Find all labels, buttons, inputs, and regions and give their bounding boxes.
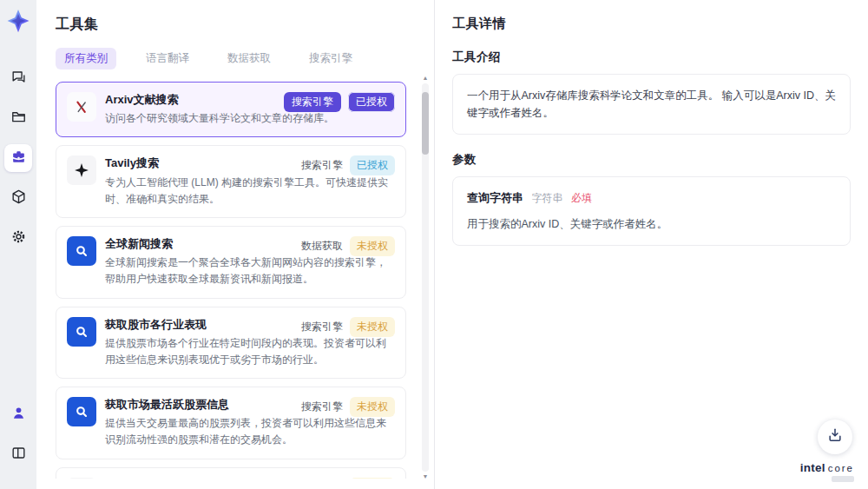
scroll-up-icon[interactable]: ▲ — [422, 75, 429, 82]
settings-gear-icon — [10, 228, 27, 248]
params-heading: 参数 — [452, 152, 851, 168]
tool-icon — [67, 478, 96, 479]
category-badge: 搜索引擎 — [301, 400, 343, 414]
tool-icon — [67, 397, 96, 426]
tool-description: 提供股票市场各个行业在特定时间段内的表现。投资者可以利用这些信息来识别表现优于或… — [105, 335, 395, 368]
status-badge: 未授权 — [350, 397, 395, 417]
scroll-down-icon[interactable]: ▼ — [422, 473, 429, 480]
tool-description: 全球新闻搜索是一个聚合全球各大新闻网站内容的搜索引擎，帮助用户快速获取全球最新资… — [105, 254, 395, 287]
tool-badges: 搜索引擎 已授权 — [301, 155, 395, 175]
tool-list-panel: 工具集 所有类别 语言翻译 数据获取 搜索引擎 Arxiv文献搜索 访问各个研究… — [36, 0, 434, 489]
param-description: 用于搜索的Arxiv ID、关键字或作者姓名。 — [467, 215, 836, 233]
sidebar-item-toolbox[interactable] — [4, 144, 32, 172]
page-title: 工具集 — [56, 16, 417, 34]
tool-card[interactable]: 全球新闻搜索 全球新闻搜索是一个聚合全球各大新闻网站内容的搜索引擎，帮助用户快速… — [56, 226, 406, 299]
tool-card[interactable]: 获取股市各行业表现 提供股票市场各个行业在特定时间段内的表现。投资者可以利用这些… — [56, 307, 406, 380]
sidebar-item-settings-gear[interactable] — [4, 224, 32, 252]
chat-icon — [10, 69, 27, 89]
tool-badges: 搜索引擎 已授权 — [284, 92, 395, 112]
cube-icon — [10, 188, 27, 208]
tool-description: 访问各个研究领域大量科学论文和文章的存储库。 — [105, 110, 395, 127]
tool-icon — [67, 236, 96, 266]
intel-core-logo: intel core — [800, 461, 854, 482]
download-button[interactable] — [818, 420, 852, 454]
brand-intel-text: intel — [800, 461, 825, 474]
status-badge: 未授权 — [350, 317, 395, 337]
tool-list: Arxiv文献搜索 访问各个研究领域大量科学论文和文章的存储库。 搜索引擎 已授… — [56, 82, 417, 479]
tool-detail-panel: 工具详情 工具介绍 一个用于从Arxiv存储库搜索科学论文和文章的工具。 输入可… — [434, 0, 868, 489]
status-badge: 未授权 — [350, 478, 395, 479]
category-badge: 搜索引擎 — [301, 320, 343, 334]
scrollbar-track[interactable] — [422, 83, 429, 472]
tool-card[interactable]: Arxiv文献搜索 访问各个研究领域大量科学论文和文章的存储库。 搜索引擎 已授… — [56, 82, 406, 137]
tool-badges: 数据获取 未授权 — [301, 236, 395, 256]
folder-icon — [10, 109, 27, 129]
brand-core-text: core — [828, 463, 854, 473]
sidebar-item-user[interactable] — [4, 400, 32, 428]
category-badge: 数据获取 — [301, 239, 343, 254]
panel-layout-icon — [10, 445, 27, 465]
toolbox-icon — [10, 149, 27, 169]
tool-description: 专为人工智能代理 (LLM) 构建的搜索引擎工具。可快速提供实时、准确和真实的结… — [105, 175, 395, 208]
tool-badges: 搜索引擎 未授权 — [301, 317, 395, 337]
tool-badges: 搜索引擎 未授权 — [301, 397, 395, 417]
tab-3[interactable]: 搜索引擎 — [300, 48, 361, 69]
sidebar-item-folder[interactable] — [4, 104, 32, 132]
param-box: 查询字符串 字符串 必填 用于搜索的Arxiv ID、关键字或作者姓名。 — [452, 176, 851, 246]
param-header: 查询字符串 字符串 必填 — [467, 189, 836, 208]
tab-1[interactable]: 语言翻译 — [137, 48, 198, 69]
tool-badges: 搜索引擎 未授权 — [301, 478, 395, 479]
param-name: 查询字符串 — [467, 191, 523, 204]
tool-card[interactable]: 万维地区新闻查询 查询具体行政区划内的新闻，快速了解各地新闻动 搜索引擎 未授权 — [56, 467, 406, 479]
left-rail — [0, 0, 36, 489]
status-badge: 已授权 — [348, 92, 395, 112]
tool-icon — [67, 92, 96, 122]
tool-icon — [67, 155, 96, 185]
tool-icon — [67, 317, 96, 347]
rail-bottom — [4, 400, 32, 480]
tool-card[interactable]: Tavily搜索 专为人工智能代理 (LLM) 构建的搜索引擎工具。可快速提供实… — [56, 145, 406, 218]
intro-heading: 工具介绍 — [452, 50, 851, 65]
tab-0[interactable]: 所有类别 — [56, 48, 116, 69]
tool-description: 提供当天交易量最高的股票列表，投资者可以利用这些信息来识别流动性强的股票和潜在的… — [105, 415, 395, 448]
sidebar-item-cube[interactable] — [4, 184, 32, 212]
category-badge: 搜索引擎 — [301, 158, 343, 173]
scrollbar-thumb[interactable] — [422, 92, 429, 155]
param-type: 字符串 — [531, 192, 562, 204]
category-badge: 搜索引擎 — [284, 92, 341, 112]
tool-card[interactable]: 获取市场最活跃股票信息 提供当天交易量最高的股票列表，投资者可以利用这些信息来识… — [56, 387, 406, 459]
detail-title: 工具详情 — [452, 16, 851, 32]
sidebar-item-chat[interactable] — [4, 64, 32, 92]
status-badge: 未授权 — [350, 236, 395, 256]
param-required-badge: 必填 — [571, 192, 592, 204]
app-logo-gem-icon — [4, 7, 32, 35]
status-badge: 已授权 — [350, 155, 395, 175]
brand-subtext-bar — [832, 476, 854, 482]
rail-nav — [4, 64, 32, 264]
intro-box: 一个用于从Arxiv存储库搜索科学论文和文章的工具。 输入可以是Arxiv ID… — [452, 74, 851, 135]
sidebar-item-panel-layout[interactable] — [4, 440, 32, 468]
scrollbar[interactable]: ▲ ▼ — [422, 76, 429, 479]
user-icon — [10, 405, 27, 425]
download-icon — [826, 426, 844, 447]
tab-2[interactable]: 数据获取 — [219, 48, 279, 69]
category-tabs: 所有类别 语言翻译 数据获取 搜索引擎 — [56, 48, 417, 69]
